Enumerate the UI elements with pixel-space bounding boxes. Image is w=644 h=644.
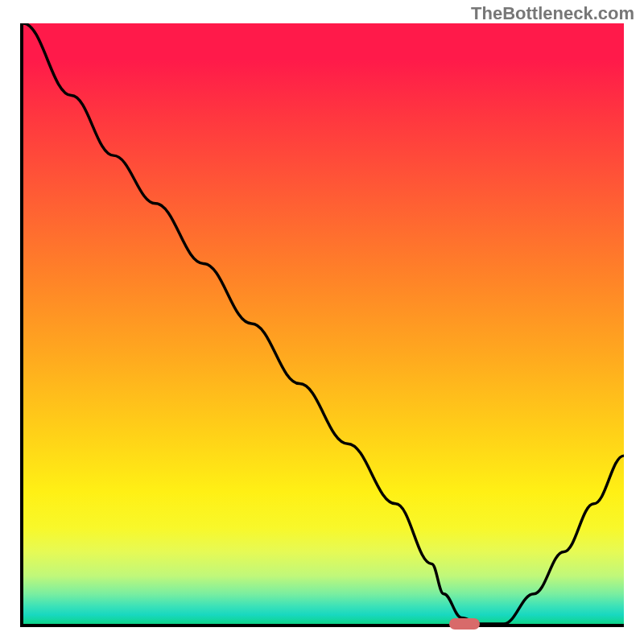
watermark-text: TheBottleneck.com [471, 3, 634, 24]
optimal-marker [449, 618, 480, 630]
plot-area [20, 23, 624, 627]
gradient-background [23, 23, 624, 624]
